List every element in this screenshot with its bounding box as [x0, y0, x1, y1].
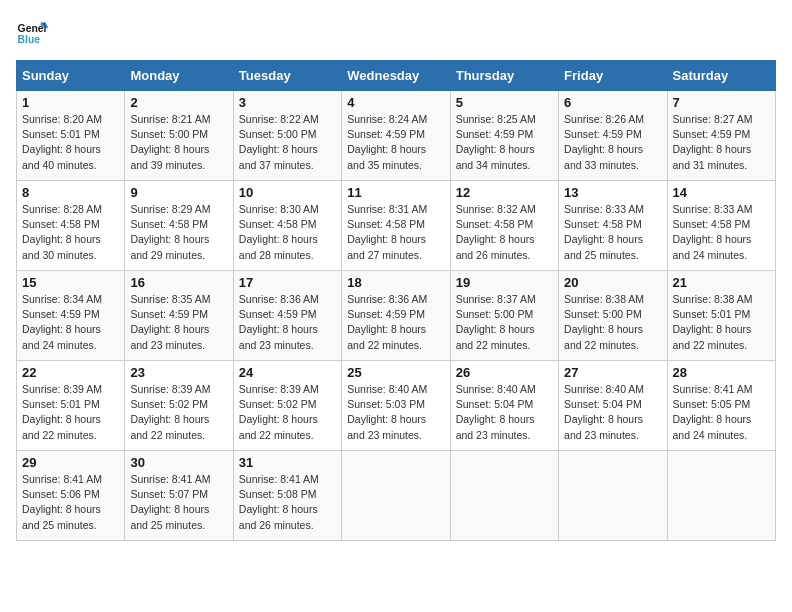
calendar-cell: 8 Sunrise: 8:28 AM Sunset: 4:58 PM Dayli…	[17, 181, 125, 271]
day-number: 16	[130, 275, 227, 290]
calendar-table: SundayMondayTuesdayWednesdayThursdayFrid…	[16, 60, 776, 541]
day-info: Sunrise: 8:40 AM Sunset: 5:04 PM Dayligh…	[564, 382, 661, 443]
header-day: Sunday	[17, 61, 125, 91]
calendar-cell: 21 Sunrise: 8:38 AM Sunset: 5:01 PM Dayl…	[667, 271, 775, 361]
day-info: Sunrise: 8:41 AM Sunset: 5:08 PM Dayligh…	[239, 472, 336, 533]
calendar-cell: 2 Sunrise: 8:21 AM Sunset: 5:00 PM Dayli…	[125, 91, 233, 181]
calendar-cell: 15 Sunrise: 8:34 AM Sunset: 4:59 PM Dayl…	[17, 271, 125, 361]
calendar-cell: 14 Sunrise: 8:33 AM Sunset: 4:58 PM Dayl…	[667, 181, 775, 271]
day-info: Sunrise: 8:39 AM Sunset: 5:02 PM Dayligh…	[130, 382, 227, 443]
header-row: SundayMondayTuesdayWednesdayThursdayFrid…	[17, 61, 776, 91]
day-info: Sunrise: 8:36 AM Sunset: 4:59 PM Dayligh…	[239, 292, 336, 353]
day-number: 11	[347, 185, 444, 200]
day-number: 18	[347, 275, 444, 290]
day-info: Sunrise: 8:21 AM Sunset: 5:00 PM Dayligh…	[130, 112, 227, 173]
calendar-week: 1 Sunrise: 8:20 AM Sunset: 5:01 PM Dayli…	[17, 91, 776, 181]
day-info: Sunrise: 8:20 AM Sunset: 5:01 PM Dayligh…	[22, 112, 119, 173]
day-number: 9	[130, 185, 227, 200]
day-number: 27	[564, 365, 661, 380]
logo: General Blue	[16, 16, 48, 48]
calendar-week: 22 Sunrise: 8:39 AM Sunset: 5:01 PM Dayl…	[17, 361, 776, 451]
calendar-header: SundayMondayTuesdayWednesdayThursdayFrid…	[17, 61, 776, 91]
day-info: Sunrise: 8:38 AM Sunset: 5:01 PM Dayligh…	[673, 292, 770, 353]
day-number: 21	[673, 275, 770, 290]
day-info: Sunrise: 8:25 AM Sunset: 4:59 PM Dayligh…	[456, 112, 553, 173]
calendar-cell: 26 Sunrise: 8:40 AM Sunset: 5:04 PM Dayl…	[450, 361, 558, 451]
calendar-cell: 31 Sunrise: 8:41 AM Sunset: 5:08 PM Dayl…	[233, 451, 341, 541]
svg-text:Blue: Blue	[18, 34, 41, 45]
day-info: Sunrise: 8:29 AM Sunset: 4:58 PM Dayligh…	[130, 202, 227, 263]
day-info: Sunrise: 8:30 AM Sunset: 4:58 PM Dayligh…	[239, 202, 336, 263]
day-number: 15	[22, 275, 119, 290]
day-number: 1	[22, 95, 119, 110]
day-info: Sunrise: 8:35 AM Sunset: 4:59 PM Dayligh…	[130, 292, 227, 353]
calendar-cell	[667, 451, 775, 541]
calendar-cell: 20 Sunrise: 8:38 AM Sunset: 5:00 PM Dayl…	[559, 271, 667, 361]
day-number: 25	[347, 365, 444, 380]
day-info: Sunrise: 8:41 AM Sunset: 5:07 PM Dayligh…	[130, 472, 227, 533]
day-number: 28	[673, 365, 770, 380]
day-info: Sunrise: 8:41 AM Sunset: 5:06 PM Dayligh…	[22, 472, 119, 533]
calendar-cell: 17 Sunrise: 8:36 AM Sunset: 4:59 PM Dayl…	[233, 271, 341, 361]
day-number: 31	[239, 455, 336, 470]
calendar-cell: 13 Sunrise: 8:33 AM Sunset: 4:58 PM Dayl…	[559, 181, 667, 271]
day-info: Sunrise: 8:31 AM Sunset: 4:58 PM Dayligh…	[347, 202, 444, 263]
day-number: 19	[456, 275, 553, 290]
day-number: 12	[456, 185, 553, 200]
day-number: 4	[347, 95, 444, 110]
day-info: Sunrise: 8:39 AM Sunset: 5:01 PM Dayligh…	[22, 382, 119, 443]
calendar-cell: 28 Sunrise: 8:41 AM Sunset: 5:05 PM Dayl…	[667, 361, 775, 451]
calendar-cell: 27 Sunrise: 8:40 AM Sunset: 5:04 PM Dayl…	[559, 361, 667, 451]
day-info: Sunrise: 8:36 AM Sunset: 4:59 PM Dayligh…	[347, 292, 444, 353]
day-number: 13	[564, 185, 661, 200]
calendar-cell: 1 Sunrise: 8:20 AM Sunset: 5:01 PM Dayli…	[17, 91, 125, 181]
calendar-week: 8 Sunrise: 8:28 AM Sunset: 4:58 PM Dayli…	[17, 181, 776, 271]
day-number: 17	[239, 275, 336, 290]
calendar-cell: 18 Sunrise: 8:36 AM Sunset: 4:59 PM Dayl…	[342, 271, 450, 361]
calendar-cell: 4 Sunrise: 8:24 AM Sunset: 4:59 PM Dayli…	[342, 91, 450, 181]
day-info: Sunrise: 8:33 AM Sunset: 4:58 PM Dayligh…	[673, 202, 770, 263]
day-info: Sunrise: 8:39 AM Sunset: 5:02 PM Dayligh…	[239, 382, 336, 443]
calendar-cell: 12 Sunrise: 8:32 AM Sunset: 4:58 PM Dayl…	[450, 181, 558, 271]
calendar-cell: 6 Sunrise: 8:26 AM Sunset: 4:59 PM Dayli…	[559, 91, 667, 181]
calendar-cell: 7 Sunrise: 8:27 AM Sunset: 4:59 PM Dayli…	[667, 91, 775, 181]
day-number: 7	[673, 95, 770, 110]
day-number: 24	[239, 365, 336, 380]
day-number: 8	[22, 185, 119, 200]
calendar-cell: 16 Sunrise: 8:35 AM Sunset: 4:59 PM Dayl…	[125, 271, 233, 361]
calendar-cell	[342, 451, 450, 541]
calendar-cell: 9 Sunrise: 8:29 AM Sunset: 4:58 PM Dayli…	[125, 181, 233, 271]
day-info: Sunrise: 8:34 AM Sunset: 4:59 PM Dayligh…	[22, 292, 119, 353]
calendar-cell: 30 Sunrise: 8:41 AM Sunset: 5:07 PM Dayl…	[125, 451, 233, 541]
header-day: Saturday	[667, 61, 775, 91]
day-number: 10	[239, 185, 336, 200]
calendar-cell: 10 Sunrise: 8:30 AM Sunset: 4:58 PM Dayl…	[233, 181, 341, 271]
calendar-cell: 19 Sunrise: 8:37 AM Sunset: 5:00 PM Dayl…	[450, 271, 558, 361]
day-number: 3	[239, 95, 336, 110]
calendar-week: 29 Sunrise: 8:41 AM Sunset: 5:06 PM Dayl…	[17, 451, 776, 541]
calendar-cell: 11 Sunrise: 8:31 AM Sunset: 4:58 PM Dayl…	[342, 181, 450, 271]
header-day: Tuesday	[233, 61, 341, 91]
day-info: Sunrise: 8:40 AM Sunset: 5:04 PM Dayligh…	[456, 382, 553, 443]
day-number: 23	[130, 365, 227, 380]
day-info: Sunrise: 8:24 AM Sunset: 4:59 PM Dayligh…	[347, 112, 444, 173]
day-info: Sunrise: 8:37 AM Sunset: 5:00 PM Dayligh…	[456, 292, 553, 353]
day-info: Sunrise: 8:22 AM Sunset: 5:00 PM Dayligh…	[239, 112, 336, 173]
day-number: 14	[673, 185, 770, 200]
calendar-cell	[559, 451, 667, 541]
day-number: 6	[564, 95, 661, 110]
calendar-body: 1 Sunrise: 8:20 AM Sunset: 5:01 PM Dayli…	[17, 91, 776, 541]
day-number: 20	[564, 275, 661, 290]
calendar-cell	[450, 451, 558, 541]
calendar-cell: 23 Sunrise: 8:39 AM Sunset: 5:02 PM Dayl…	[125, 361, 233, 451]
header-day: Thursday	[450, 61, 558, 91]
calendar-cell: 24 Sunrise: 8:39 AM Sunset: 5:02 PM Dayl…	[233, 361, 341, 451]
header-day: Friday	[559, 61, 667, 91]
day-info: Sunrise: 8:27 AM Sunset: 4:59 PM Dayligh…	[673, 112, 770, 173]
day-info: Sunrise: 8:40 AM Sunset: 5:03 PM Dayligh…	[347, 382, 444, 443]
day-info: Sunrise: 8:28 AM Sunset: 4:58 PM Dayligh…	[22, 202, 119, 263]
day-number: 29	[22, 455, 119, 470]
day-info: Sunrise: 8:32 AM Sunset: 4:58 PM Dayligh…	[456, 202, 553, 263]
calendar-cell: 5 Sunrise: 8:25 AM Sunset: 4:59 PM Dayli…	[450, 91, 558, 181]
day-number: 2	[130, 95, 227, 110]
